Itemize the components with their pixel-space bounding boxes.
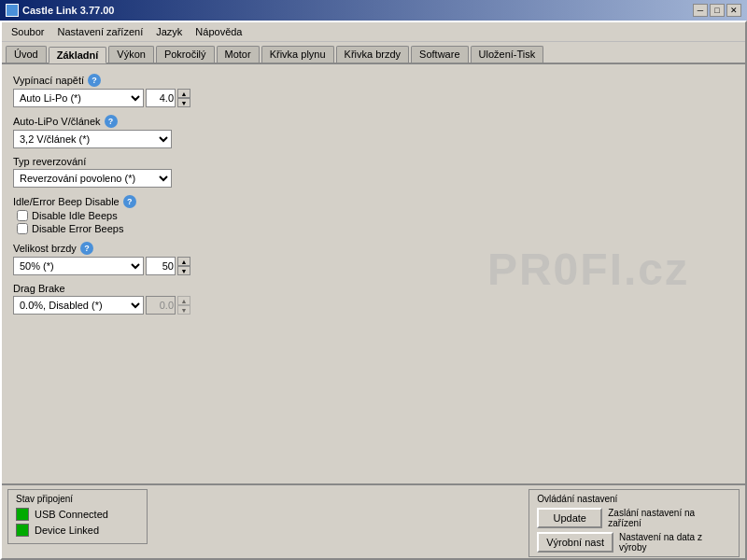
- velikost-brzdy-select[interactable]: 50% (*): [13, 257, 144, 275]
- menu-jazyk[interactable]: Jazyk: [150, 24, 188, 39]
- idle-error-help[interactable]: ?: [123, 195, 136, 208]
- auto-lipo-row: 3,2 V/článek (*): [13, 130, 734, 148]
- spin-up[interactable]: ▲: [177, 89, 190, 98]
- checkbox-group: Disable Idle Beeps Disable Error Beeps: [17, 210, 734, 234]
- close-button[interactable]: ✕: [726, 4, 741, 17]
- tab-ulozeni[interactable]: Uložení-Tisk: [471, 46, 544, 63]
- auto-lipo-label: Auto-LiPo V/článek ?: [13, 115, 734, 128]
- factory-button[interactable]: Výrobní nast: [537, 532, 613, 553]
- menu-bar: Soubor Nastavení zařízení Jazyk Nápověda: [2, 22, 745, 42]
- main-window: Soubor Nastavení zařízení Jazyk Nápověda…: [0, 21, 747, 560]
- tab-pokrocily[interactable]: Pokročilý: [156, 46, 215, 63]
- spin-down-brzdy[interactable]: ▼: [177, 266, 190, 275]
- status-panel: Stav připojení USB Connected Device Link…: [7, 489, 148, 544]
- update-button[interactable]: Update: [537, 508, 602, 528]
- title-bar-left: Castle Link 3.77.00: [6, 4, 114, 17]
- device-led: [16, 524, 29, 537]
- tab-krivka-brzdy[interactable]: Křivka brzdy: [336, 46, 410, 63]
- disable-idle-label: Disable Idle Beeps: [32, 210, 118, 221]
- vypinaci-napeti-select[interactable]: Auto Li-Po (*): [13, 89, 144, 107]
- tab-zakladni[interactable]: Základní: [49, 47, 107, 63]
- velikost-brzdy-label: Velikost brzdy ?: [13, 242, 734, 255]
- tab-motor[interactable]: Motor: [217, 46, 260, 63]
- update-col: Update: [537, 508, 602, 528]
- typ-reverzovani-select[interactable]: Reverzování povoleno (*): [13, 169, 172, 188]
- maximize-button[interactable]: □: [710, 4, 725, 17]
- tab-bar: Úvod Základní Výkon Pokročilý Motor Křiv…: [2, 42, 745, 63]
- velikost-brzdy-row: 50% (*) ▲ ▼: [13, 257, 734, 275]
- auto-lipo-select[interactable]: 3,2 V/článek (*): [13, 130, 172, 148]
- content-area: PR0FI.cz Vypínací napětí ? Auto Li-Po (*…: [2, 63, 745, 483]
- drag-brake-row: 0.0%, Disabled (*) ▲ ▼: [13, 296, 734, 315]
- auto-lipo-help[interactable]: ?: [105, 115, 118, 128]
- disable-error-row: Disable Error Beeps: [17, 223, 734, 234]
- typ-reverzovani-row: Reverzování povoleno (*): [13, 169, 734, 188]
- device-label: Device Linked: [35, 525, 99, 536]
- tab-uvod[interactable]: Úvod: [6, 46, 47, 63]
- spin-up-brzdy[interactable]: ▲: [177, 257, 190, 266]
- velikost-brzdy-help[interactable]: ?: [80, 242, 93, 255]
- controls-panel-title: Ovládání nastavení: [537, 494, 731, 504]
- vypinaci-napeti-number[interactable]: [146, 89, 176, 107]
- menu-nastaveni[interactable]: Nastavení zařízení: [51, 24, 148, 39]
- disable-idle-row: Disable Idle Beeps: [17, 210, 734, 221]
- drag-brake-number: [146, 296, 176, 315]
- vypinaci-napeti-group: Vypínací napětí ? Auto Li-Po (*) ▲ ▼: [13, 74, 734, 107]
- status-panel-title: Stav připojení: [16, 494, 139, 504]
- factory-col: Výrobní nast: [537, 532, 613, 553]
- velikost-brzdy-number[interactable]: [146, 257, 176, 275]
- velikost-brzdy-spinner: ▲ ▼: [177, 257, 190, 275]
- vypinaci-napeti-row: Auto Li-Po (*) ▲ ▼: [13, 89, 734, 107]
- menu-soubor[interactable]: Soubor: [6, 24, 49, 39]
- disable-error-checkbox[interactable]: [17, 223, 28, 234]
- tab-software[interactable]: Software: [411, 46, 468, 63]
- usb-label: USB Connected: [35, 509, 108, 520]
- menu-napoveda[interactable]: Nápověda: [190, 24, 247, 39]
- usb-connected-row: USB Connected: [16, 508, 139, 521]
- controls-row: Update Zaslání nastavení na zařízení: [537, 508, 731, 528]
- minimize-button[interactable]: ─: [693, 4, 708, 17]
- drag-brake-spinner: ▲ ▼: [177, 296, 190, 315]
- vypinaci-napeti-help[interactable]: ?: [88, 74, 101, 87]
- typ-reverzovani-group: Typ reverzování Reverzování povoleno (*): [13, 156, 734, 188]
- update-desc: Zaslání nastavení na zařízení: [608, 508, 720, 528]
- spin-up-drag[interactable]: ▲: [177, 296, 190, 305]
- drag-brake-group: Drag Brake 0.0%, Disabled (*) ▲ ▼: [13, 283, 734, 315]
- title-bar: Castle Link 3.77.00 ─ □ ✕: [0, 0, 747, 21]
- app-icon: [6, 4, 19, 17]
- vypinaci-napeti-label: Vypínací napětí ?: [13, 74, 734, 87]
- auto-lipo-group: Auto-LiPo V/článek ? 3,2 V/článek (*): [13, 115, 734, 148]
- status-bar: Stav připojení USB Connected Device Link…: [2, 483, 745, 558]
- tab-vykon[interactable]: Výkon: [108, 46, 154, 63]
- spin-down-drag[interactable]: ▼: [177, 305, 190, 315]
- vypinaci-napeti-spinner: ▲ ▼: [177, 89, 190, 107]
- velikost-brzdy-group: Velikost brzdy ? 50% (*) ▲ ▼: [13, 242, 734, 275]
- drag-brake-label: Drag Brake: [13, 283, 734, 294]
- device-linked-row: Device Linked: [16, 524, 139, 537]
- title-bar-controls: ─ □ ✕: [693, 4, 741, 17]
- disable-idle-checkbox[interactable]: [17, 210, 28, 221]
- idle-error-group: Idle/Error Beep Disable ? Disable Idle B…: [13, 195, 734, 234]
- drag-brake-select[interactable]: 0.0%, Disabled (*): [13, 296, 144, 315]
- tab-krivka-plynu[interactable]: Křivka plynu: [261, 46, 334, 63]
- typ-reverzovani-label: Typ reverzování: [13, 156, 734, 167]
- factory-row: Výrobní nast Nastavení na data z výroby: [537, 532, 731, 553]
- window-title: Castle Link 3.77.00: [22, 5, 114, 16]
- controls-panel: Ovládání nastavení Update Zaslání nastav…: [529, 489, 740, 557]
- idle-error-label: Idle/Error Beep Disable ?: [13, 195, 734, 208]
- usb-led: [16, 508, 29, 521]
- disable-error-label: Disable Error Beeps: [32, 223, 123, 234]
- spin-down[interactable]: ▼: [177, 98, 190, 107]
- factory-desc: Nastavení na data z výroby: [619, 532, 731, 553]
